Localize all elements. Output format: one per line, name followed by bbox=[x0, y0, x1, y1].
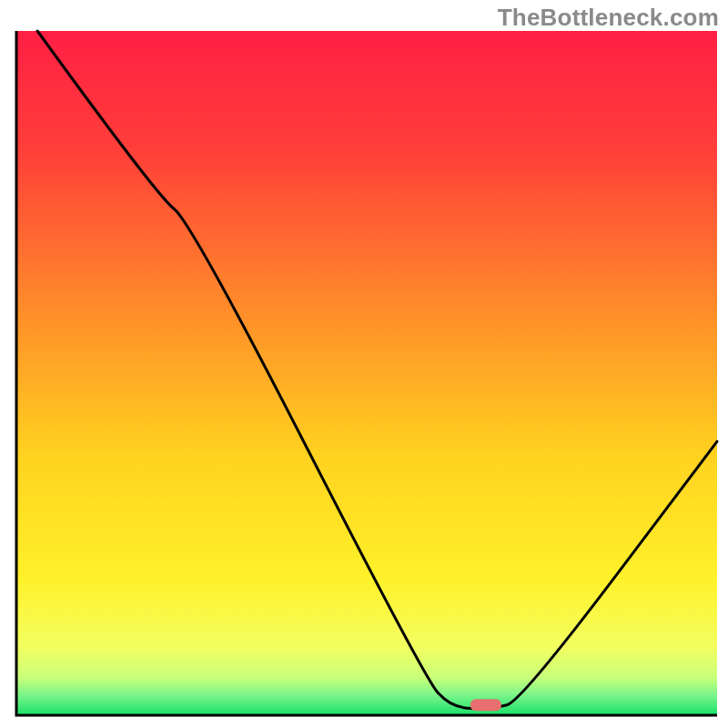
watermark-text: TheBottleneck.com bbox=[498, 4, 719, 32]
bottleneck-chart bbox=[0, 0, 728, 728]
plot-background bbox=[16, 31, 717, 715]
chart-frame: TheBottleneck.com bbox=[0, 0, 728, 728]
highlight-marker bbox=[470, 699, 501, 711]
